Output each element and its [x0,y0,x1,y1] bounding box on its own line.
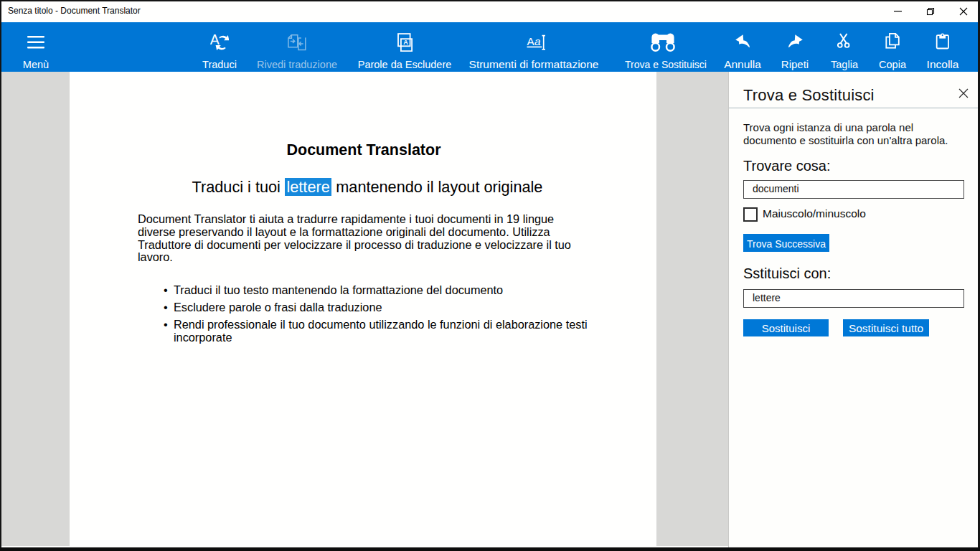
svg-text:A: A [210,33,220,47]
svg-text:A: A [403,39,408,46]
svg-text:A: A [527,35,534,47]
svg-text:a: a [534,35,540,47]
